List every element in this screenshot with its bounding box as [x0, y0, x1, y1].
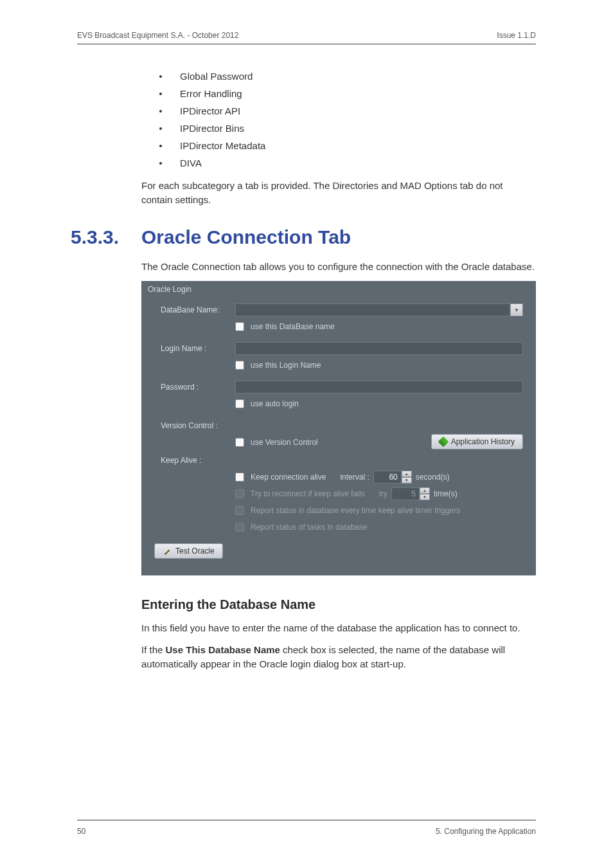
auto-login-label: use auto login [251, 399, 299, 408]
list-item: Error Handling [141, 88, 536, 99]
keepalive-cb-label: Keep connection alive [251, 473, 326, 482]
page-content: Global Password Error Handling IPDirecto… [141, 71, 536, 671]
use-login-checkbox[interactable] [235, 361, 244, 370]
try-value: 5 [391, 487, 420, 500]
keepalive-label: Keep Alive : [161, 456, 235, 465]
use-login-label: use this Login Name [251, 361, 321, 370]
try-reconnect-label: Try to reconnect if keep alive fails [251, 489, 365, 498]
spinner-up-icon: ▲ [420, 487, 430, 494]
try-unit: time(s) [434, 489, 458, 498]
page-number: 50 [77, 827, 85, 836]
auto-login-checkbox[interactable] [235, 399, 244, 408]
sub-paragraph-1: In this field you have to enter the name… [141, 621, 536, 635]
use-database-label: use this DataBase name [251, 322, 335, 331]
bullet-text: IPDirector Bins [180, 123, 244, 134]
try-spinner: 5 ▲▼ [391, 487, 430, 500]
test-oracle-button[interactable]: Test Oracle [154, 543, 223, 559]
use-database-checkbox[interactable] [235, 322, 244, 331]
interval-spinner[interactable]: 60 ▲▼ [373, 471, 412, 484]
chevron-down-icon[interactable]: ▼ [510, 303, 523, 316]
interval-label: interval : [340, 473, 369, 482]
database-name-combo[interactable]: ▼ [235, 303, 523, 316]
diamond-icon [438, 437, 449, 448]
test-oracle-label: Test Oracle [175, 547, 215, 556]
password-input[interactable] [235, 381, 523, 393]
wand-icon [163, 547, 172, 556]
version-control-cb-label: use Version Control [251, 438, 318, 447]
bullet-text: Error Handling [180, 88, 242, 99]
bullet-text: Global Password [180, 71, 253, 82]
oracle-login-panel: Oracle Login DataBase Name: ▼ use this D… [141, 281, 536, 575]
spinner-down-icon: ▼ [420, 494, 430, 500]
bullet-icon [159, 127, 162, 130]
report-status-tasks-checkbox [235, 523, 244, 532]
sub-para2-prefix: If the [141, 644, 166, 655]
password-label: Password : [161, 383, 235, 392]
application-history-button[interactable]: Application History [431, 434, 523, 449]
footer-chapter: 5. Configuring the Application [436, 827, 536, 836]
sub-paragraph-2: If the Use This Database Name check box … [141, 643, 536, 671]
spinner-up-icon[interactable]: ▲ [402, 471, 412, 477]
report-status-tasks-label: Report status of tasks in database [251, 523, 367, 532]
application-history-label: Application History [451, 437, 515, 446]
intro-paragraph: For each subcategory a tab is provided. … [141, 179, 536, 207]
keepalive-checkbox[interactable] [235, 473, 244, 482]
page-header: EVS Broadcast Equipment S.A. - October 2… [77, 31, 536, 44]
section-intro: The Oracle Connection tab allows you to … [141, 260, 536, 274]
section-number: 5.3.3. [71, 226, 141, 248]
database-name-input[interactable] [235, 303, 510, 316]
report-status-trigger-checkbox [235, 506, 244, 515]
bullet-text: DIVA [180, 158, 202, 168]
list-item: Global Password [141, 71, 536, 82]
interval-unit: second(s) [416, 473, 450, 482]
version-control-label: Version Control : [161, 421, 235, 430]
interval-value[interactable]: 60 [373, 471, 402, 484]
list-item: IPDirector Bins [141, 123, 536, 134]
bullet-icon [159, 145, 162, 147]
panel-title: Oracle Login [141, 281, 536, 300]
bullet-list: Global Password Error Handling IPDirecto… [141, 71, 536, 168]
list-item: DIVA [141, 158, 536, 168]
version-control-checkbox[interactable] [235, 438, 244, 447]
subsection-title: Entering the Database Name [141, 597, 536, 612]
try-reconnect-checkbox [235, 489, 244, 498]
bullet-icon [159, 93, 162, 95]
bullet-icon [159, 75, 162, 78]
bullet-text: IPDirector Metadata [180, 140, 265, 151]
report-status-trigger-label: Report status in database every time kee… [251, 506, 460, 515]
page-footer: 50 5. Configuring the Application [77, 820, 536, 836]
section-heading: 5.3.3. Oracle Connection Tab [71, 226, 536, 248]
login-name-label: Login Name : [161, 344, 235, 353]
spinner-down-icon[interactable]: ▼ [402, 477, 412, 484]
bullet-text: IPDirector API [180, 105, 240, 116]
sub-para2-bold: Use This Database Name [166, 644, 280, 655]
login-name-input[interactable] [235, 342, 523, 355]
bullet-icon [159, 162, 162, 165]
header-right: Issue 1.1.D [497, 31, 536, 40]
header-left: EVS Broadcast Equipment S.A. - October 2… [77, 31, 238, 40]
database-name-label: DataBase Name: [161, 305, 235, 314]
section-title: Oracle Connection Tab [141, 226, 351, 248]
try-label: try [379, 489, 387, 498]
bullet-icon [159, 110, 162, 113]
list-item: IPDirector API [141, 105, 536, 116]
list-item: IPDirector Metadata [141, 140, 536, 151]
